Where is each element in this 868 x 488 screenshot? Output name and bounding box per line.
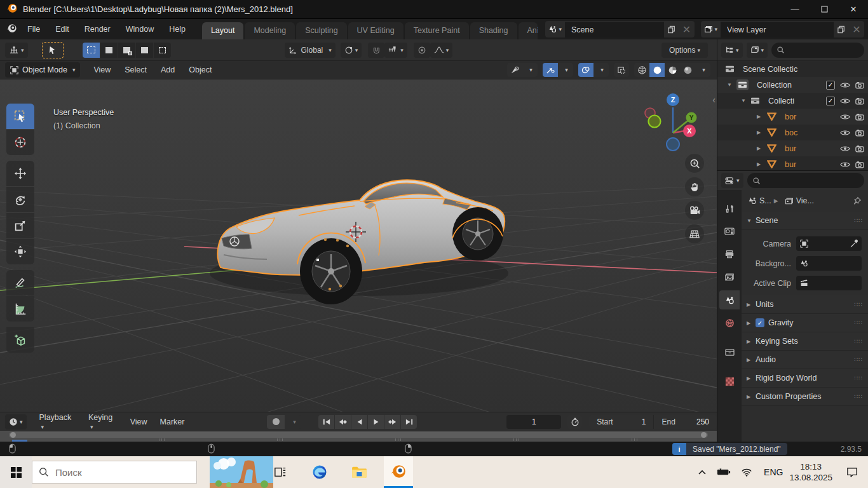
scene-copy-button[interactable]: [664, 21, 679, 37]
outliner-row-subcollection[interactable]: ▼ Collecti ✓: [717, 93, 868, 109]
navigation-gizmo[interactable]: Y Z X: [635, 88, 705, 158]
proportional-edit-toggle[interactable]: [414, 43, 430, 58]
menu-file[interactable]: File: [20, 19, 48, 39]
properties-editor-type-button[interactable]: ▾: [721, 173, 743, 188]
tab-layout[interactable]: Layout: [202, 22, 244, 39]
view-layer-remove-button[interactable]: ✕: [849, 21, 864, 37]
search-input[interactable]: [55, 467, 170, 478]
outliner-search-box[interactable]: [771, 43, 864, 58]
camera-restrict-icon[interactable]: [855, 129, 864, 137]
snap-settings-dropdown[interactable]: ▾: [384, 43, 407, 58]
eye-icon[interactable]: [840, 161, 850, 168]
background-scene-field[interactable]: [796, 256, 862, 271]
outliner-row-object[interactable]: ▶ bor: [717, 109, 868, 125]
preview-range-button[interactable]: [567, 415, 582, 429]
shading-rendered-button[interactable]: [680, 63, 695, 77]
select-mode-intersect[interactable]: [154, 43, 171, 58]
object-visibility-dropdown[interactable]: ▾: [507, 63, 538, 77]
outliner-row-scene-collection[interactable]: Scene Collectic: [717, 61, 868, 77]
tab-animation[interactable]: Ani: [519, 22, 538, 39]
notification-center-icon[interactable]: [846, 467, 858, 477]
camera-restrict-icon[interactable]: [855, 81, 864, 89]
pivot-point-dropdown[interactable]: ▾: [341, 43, 362, 58]
panel-audio[interactable]: ▶ Audio ∷∷: [742, 351, 868, 369]
tab-shading[interactable]: Shading: [470, 22, 517, 39]
camera-restrict-icon[interactable]: [855, 161, 864, 168]
camera-field[interactable]: [796, 236, 862, 251]
expand-caret[interactable]: ▶: [756, 114, 762, 119]
outliner-row-object[interactable]: ▶ bur: [717, 156, 868, 170]
scene-unlink-button[interactable]: ✕: [679, 21, 695, 37]
eye-icon[interactable]: [840, 97, 850, 105]
outliner-filter-button[interactable]: ▾: [747, 43, 768, 58]
auto-key-dropdown[interactable]: ▾: [285, 415, 301, 429]
tool-rotate[interactable]: [6, 187, 34, 212]
viewport-canvas[interactable]: User Perspective (1) Collection: [0, 79, 717, 412]
file-explorer-icon[interactable]: [344, 456, 374, 488]
start-frame-field[interactable]: Start1: [589, 415, 654, 429]
expand-caret[interactable]: ▼: [740, 98, 747, 104]
language-indicator[interactable]: ENG: [764, 467, 783, 477]
next-keyframe-button[interactable]: [384, 415, 400, 429]
tool-scale[interactable]: [6, 213, 34, 238]
tool-measure[interactable]: [6, 296, 34, 322]
outliner-row-object[interactable]: ▶ bur: [717, 140, 868, 156]
outliner-row-collection[interactable]: ▼ Collection ✓: [717, 77, 868, 93]
expand-caret[interactable]: ▶: [756, 161, 762, 167]
snap-toggle-button[interactable]: [368, 43, 384, 58]
jump-to-start-button[interactable]: [318, 415, 334, 429]
battery-icon[interactable]: [717, 468, 731, 476]
news-weather-widget[interactable]: [210, 456, 273, 488]
select-mode-subtract[interactable]: [118, 43, 135, 58]
gravity-checkbox[interactable]: ✓: [756, 318, 764, 327]
panel-units[interactable]: ▶ Units ∷∷: [742, 295, 868, 314]
show-gizmo-toggle[interactable]: [543, 63, 558, 77]
options-dropdown[interactable]: Options ▾: [661, 43, 708, 58]
eye-icon[interactable]: [840, 145, 850, 152]
eyedropper-icon[interactable]: [850, 240, 858, 248]
eye-icon[interactable]: [840, 113, 850, 121]
eye-icon[interactable]: [840, 81, 850, 89]
timeline-scrollbar[interactable]: [9, 432, 708, 438]
tool-add-primitive[interactable]: [6, 327, 34, 353]
timeline-menu-view[interactable]: View: [124, 417, 154, 426]
viewport-menu-view[interactable]: View: [86, 65, 118, 74]
pin-icon[interactable]: [853, 196, 862, 205]
shading-dropdown[interactable]: ▾: [695, 63, 710, 77]
tab-render[interactable]: [719, 222, 740, 241]
camera-restrict-icon[interactable]: [855, 145, 864, 152]
viewport-menu-add[interactable]: Add: [154, 65, 182, 74]
edge-browser-icon[interactable]: [305, 456, 334, 488]
timeline-menu-marker[interactable]: Marker: [154, 417, 191, 426]
view-layer-name-field[interactable]: View Layer: [721, 21, 834, 37]
properties-search-box[interactable]: [747, 173, 864, 188]
blender-menu-icon[interactable]: [6, 23, 17, 36]
active-tool-indicator[interactable]: [42, 42, 64, 58]
camera-restrict-icon[interactable]: [855, 113, 864, 121]
mode-dropdown[interactable]: Object Mode ▾: [5, 62, 80, 78]
view-layer-copy-button[interactable]: [834, 21, 849, 37]
clock[interactable]: 18:13 13.08.2025: [789, 461, 832, 483]
timeline-editor-type-button[interactable]: ▾: [5, 414, 27, 430]
play-button[interactable]: [368, 415, 384, 429]
expand-caret[interactable]: ▶: [756, 130, 762, 135]
tab-sculpting[interactable]: Sculpting: [296, 22, 346, 39]
maximize-button[interactable]: [810, 0, 839, 18]
panel-rigid-body-world[interactable]: ▶ Rigid Body World ∷∷: [742, 369, 868, 388]
tab-texture-paint[interactable]: Texture Paint: [405, 22, 469, 39]
select-mode-invert[interactable]: [136, 43, 153, 58]
editor-type-button[interactable]: ▾: [5, 43, 28, 58]
expand-caret[interactable]: ▼: [726, 82, 733, 88]
tray-expand-chevron-icon[interactable]: [698, 469, 707, 475]
minimize-button[interactable]: —: [780, 0, 810, 18]
menu-window[interactable]: Window: [118, 19, 161, 39]
active-clip-field[interactable]: [796, 276, 862, 290]
tab-scene[interactable]: [719, 290, 740, 309]
panel-gravity[interactable]: ▶ ✓ Gravity ∷∷: [742, 314, 868, 332]
tool-select-box[interactable]: [6, 104, 34, 129]
jump-to-end-button[interactable]: [401, 415, 417, 429]
camera-view-button[interactable]: [685, 201, 704, 220]
panel-custom-properties[interactable]: ▶ Custom Properties ∷∷: [742, 388, 868, 406]
scene-name-field[interactable]: Scene: [565, 21, 663, 37]
overlays-settings-dropdown[interactable]: ▾: [593, 63, 609, 77]
